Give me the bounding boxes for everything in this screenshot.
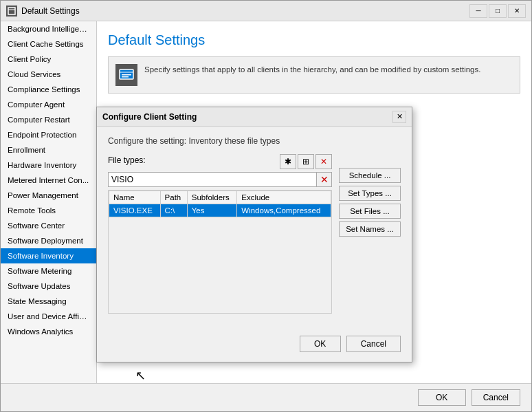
- sidebar-item-computer-agent[interactable]: Computer Agent: [1, 97, 96, 112]
- cell-path: C:\: [160, 204, 187, 217]
- cancel-button[interactable]: Cancel: [472, 389, 520, 406]
- dialog-layout: File types: ✱ ⊞ ✕ ✕: [108, 154, 401, 319]
- dialog-left-panel: File types: ✱ ⊞ ✕ ✕: [108, 154, 332, 319]
- dialog-cancel-button[interactable]: Cancel: [346, 336, 401, 352]
- cell-name: VISIO.EXE: [109, 204, 161, 217]
- cell-exclude: Windows,Compressed: [237, 204, 331, 217]
- col-header-exclude: Exclude: [237, 191, 331, 204]
- sidebar-item-compliance-settings[interactable]: Compliance Settings: [1, 82, 96, 97]
- sidebar-item-software-deployment[interactable]: Software Deployment: [1, 233, 96, 248]
- sidebar-item-remote-tools[interactable]: Remote Tools: [1, 203, 96, 218]
- toolbar-buttons: ✱ ⊞ ✕: [280, 154, 332, 169]
- dialog-ok-button[interactable]: OK: [300, 336, 341, 352]
- sidebar-item-user-device-affinity[interactable]: User and Device Affin...: [1, 309, 96, 324]
- info-description: Specify settings that apply to all clien…: [144, 64, 480, 75]
- col-header-name: Name: [109, 191, 161, 204]
- title-bar: Default Settings ─ □ ✕: [1, 1, 531, 21]
- file-types-table-container: Name Path Subfolders Exclude VISIO.EXE C…: [108, 190, 332, 314]
- sidebar: Background Intelligent Transfer Client C…: [1, 21, 97, 383]
- close-window-button[interactable]: ✕: [508, 4, 526, 18]
- dialog-close-button[interactable]: ✕: [392, 111, 406, 123]
- dialog-title-bar: Configure Client Setting ✕: [97, 107, 412, 127]
- page-title: Default Settings: [108, 32, 520, 48]
- sidebar-item-background-intelligent-transfer[interactable]: Background Intelligent Transfer: [1, 21, 96, 36]
- svg-rect-4: [122, 74, 131, 76]
- set-names-button[interactable]: Set Names ...: [339, 221, 401, 237]
- sidebar-item-endpoint-protection[interactable]: Endpoint Protection: [1, 127, 96, 142]
- toolbar-delete-button[interactable]: ✕: [315, 154, 332, 169]
- maximize-button[interactable]: □: [489, 4, 507, 18]
- sidebar-item-computer-restart[interactable]: Computer Restart: [1, 112, 96, 127]
- dialog-right-panel: Schedule ... Set Types ... Set Files ...…: [339, 154, 401, 319]
- schedule-button[interactable]: Schedule ...: [339, 168, 401, 183]
- dialog-footer: OK Cancel: [97, 329, 412, 362]
- dialog-subtitle: Configure the setting: Inventory these f…: [108, 136, 401, 146]
- sidebar-item-power-management[interactable]: Power Management: [1, 188, 96, 203]
- sidebar-item-cloud-services[interactable]: Cloud Services: [1, 67, 96, 82]
- col-header-subfolders: Subfolders: [187, 191, 237, 204]
- cell-subfolders: Yes: [187, 204, 237, 217]
- file-types-label: File types:: [108, 155, 146, 165]
- toolbar-copy-button[interactable]: ⊞: [298, 154, 314, 169]
- sidebar-item-software-inventory[interactable]: Software Inventory: [1, 248, 96, 263]
- sidebar-item-hardware-inventory[interactable]: Hardware Inventory: [1, 158, 96, 173]
- info-box: Specify settings that apply to all clien…: [108, 56, 520, 94]
- bottom-bar: OK Cancel: [1, 383, 531, 411]
- set-types-button[interactable]: Set Types ...: [339, 186, 401, 201]
- svg-rect-0: [8, 8, 15, 14]
- title-bar-controls: ─ □ ✕: [469, 4, 526, 18]
- sidebar-item-client-cache-settings[interactable]: Client Cache Settings: [1, 36, 96, 52]
- set-files-button[interactable]: Set Files ...: [339, 204, 401, 219]
- minimize-button[interactable]: ─: [469, 4, 487, 18]
- sidebar-item-state-messaging[interactable]: State Messaging: [1, 294, 96, 309]
- file-type-clear-button[interactable]: ✕: [317, 172, 332, 187]
- ok-button[interactable]: OK: [418, 389, 466, 406]
- sidebar-item-metered-internet[interactable]: Metered Internet Con...: [1, 173, 96, 188]
- toolbar-asterisk-button[interactable]: ✱: [280, 154, 296, 169]
- file-type-input-row: ✕: [108, 172, 332, 187]
- col-header-path: Path: [160, 191, 187, 204]
- dialog-body: Configure the setting: Inventory these f…: [97, 127, 412, 329]
- svg-rect-5: [122, 76, 129, 78]
- window-icon: [6, 6, 17, 17]
- sidebar-item-software-updates[interactable]: Software Updates: [1, 279, 96, 294]
- file-types-table: Name Path Subfolders Exclude VISIO.EXE C…: [109, 191, 331, 217]
- configure-client-setting-dialog: Configure Client Setting ✕ Configure the…: [96, 107, 412, 362]
- info-icon: [115, 64, 137, 86]
- sidebar-item-software-metering[interactable]: Software Metering: [1, 263, 96, 279]
- file-type-input[interactable]: [108, 172, 317, 187]
- sidebar-item-software-center[interactable]: Software Center: [1, 218, 96, 233]
- sidebar-item-windows-analytics[interactable]: Windows Analytics: [1, 324, 96, 339]
- dialog-title: Configure Client Setting: [102, 112, 388, 122]
- window-title: Default Settings: [21, 6, 465, 16]
- sidebar-item-client-policy[interactable]: Client Policy: [1, 52, 96, 67]
- sidebar-item-enrollment[interactable]: Enrollment: [1, 142, 96, 158]
- table-row[interactable]: VISIO.EXE C:\ Yes Windows,Compressed: [109, 204, 331, 217]
- file-types-toolbar: File types: ✱ ⊞ ✕: [108, 154, 332, 169]
